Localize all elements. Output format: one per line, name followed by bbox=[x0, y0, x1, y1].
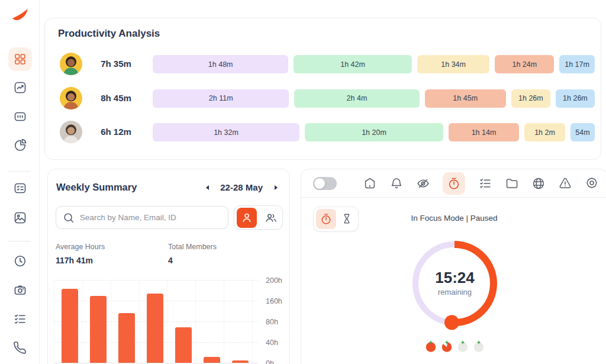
image-icon bbox=[13, 211, 27, 225]
member-total-hours: 8h 45m bbox=[91, 93, 141, 103]
sidebar-item-analytics[interactable] bbox=[0, 80, 40, 95]
eye-off-icon bbox=[416, 176, 430, 191]
sidebar-item-camera[interactable] bbox=[0, 283, 40, 297]
date-navigation: 22-28 May bbox=[203, 182, 280, 192]
person-icon bbox=[240, 211, 253, 224]
avatar-person-graphic bbox=[60, 53, 82, 75]
toolbar-item-files[interactable] bbox=[505, 176, 519, 191]
tomato-icon bbox=[440, 340, 453, 353]
toolbar-toggle-switch[interactable] bbox=[313, 177, 337, 190]
y-tick-label: 80h bbox=[266, 311, 289, 332]
time-segment: 1h 2m bbox=[524, 123, 565, 141]
task-card-icon bbox=[13, 181, 27, 195]
bar bbox=[232, 360, 249, 363]
chevron-right-icon bbox=[273, 185, 279, 191]
toolbar-item-privacy[interactable] bbox=[416, 176, 430, 191]
productivity-analysis-panel: Productivity Analysis 7h 35m 1h 48m1h 42… bbox=[44, 18, 601, 160]
member-view-toggle bbox=[234, 205, 283, 230]
people-icon bbox=[265, 211, 278, 224]
sidebar-item-reports[interactable] bbox=[0, 109, 40, 124]
logo-swoosh-icon bbox=[11, 8, 30, 28]
time-segment: 1h 26m bbox=[511, 89, 550, 108]
stat-value: 117h 41m bbox=[56, 256, 105, 265]
date-range-label: 22-28 May bbox=[220, 182, 263, 192]
toolbar-item-notifications[interactable] bbox=[389, 176, 404, 191]
tomato-icon bbox=[472, 340, 485, 353]
active-item-highlight bbox=[8, 47, 32, 71]
pomodoro-progress bbox=[301, 340, 606, 353]
bar bbox=[90, 296, 107, 363]
stat-label: Average Hours bbox=[56, 243, 105, 251]
active-tool-highlight bbox=[443, 172, 465, 195]
time-segment: 1h 20m bbox=[305, 123, 443, 141]
panel-title: Productivity Analysis bbox=[58, 28, 160, 40]
time-segment: 54m bbox=[570, 123, 595, 141]
time-segment: 2h 4m bbox=[294, 89, 419, 108]
sidebar-item-time[interactable] bbox=[0, 254, 40, 268]
toolbar-item-home[interactable] bbox=[363, 176, 377, 191]
group-view-button[interactable] bbox=[262, 209, 280, 227]
single-member-view-button[interactable] bbox=[237, 208, 257, 228]
bell-icon bbox=[389, 176, 404, 191]
stopwatch-icon bbox=[447, 176, 461, 191]
time-segment: 1h 48m bbox=[153, 55, 288, 73]
avatar bbox=[60, 53, 82, 75]
time-segments: 1h 48m1h 42m1h 34m1h 24m1h 17m bbox=[153, 55, 595, 73]
home-icon bbox=[363, 176, 377, 191]
chart-y-axis: 200h160h80h40h0h bbox=[266, 270, 289, 364]
time-segment: 1h 32m bbox=[153, 123, 299, 141]
avatar-person-graphic bbox=[60, 121, 82, 143]
toolbar-item-settings[interactable] bbox=[585, 176, 599, 191]
time-segments: 1h 32m1h 20m1h 14m1h 2m54m bbox=[153, 123, 595, 141]
timer-handle[interactable] bbox=[444, 315, 459, 330]
panel-title: Weekly Summary bbox=[56, 182, 137, 193]
toolbar-item-web[interactable] bbox=[531, 176, 546, 191]
bar bbox=[204, 357, 220, 363]
next-week-button[interactable] bbox=[272, 183, 280, 192]
bar bbox=[62, 289, 78, 363]
weekly-summary-panel: Weekly Summary 22-28 May Average Hour bbox=[47, 169, 290, 364]
focus-toolbar bbox=[301, 169, 606, 198]
time-segment: 1h 17m bbox=[559, 55, 595, 73]
sidebar-item-calls[interactable] bbox=[0, 341, 40, 355]
camera-icon bbox=[13, 283, 27, 297]
globe-icon bbox=[531, 176, 546, 191]
poll-report-icon bbox=[13, 109, 27, 124]
member-total-hours: 6h 12m bbox=[91, 127, 141, 137]
alert-triangle-icon bbox=[558, 176, 572, 191]
time-segment: 2h 11m bbox=[153, 89, 289, 108]
time-segment: 1h 42m bbox=[294, 55, 411, 73]
stat-label: Total Members bbox=[168, 243, 217, 251]
sidebar-item-dashboard[interactable] bbox=[0, 47, 40, 71]
sidebar-item-pie-analytics[interactable] bbox=[0, 138, 40, 152]
checklist-icon bbox=[478, 176, 492, 191]
total-members-stat: Total Members 4 bbox=[168, 243, 217, 265]
time-segment: 1h 24m bbox=[495, 55, 554, 73]
sidebar-item-todo[interactable] bbox=[0, 312, 40, 326]
todo-list-icon bbox=[13, 312, 27, 326]
member-row: 6h 12m 1h 32m1h 20m1h 14m1h 2m54m bbox=[45, 121, 601, 143]
time-segments: 2h 11m2h 4m1h 45m1h 26m1h 26m bbox=[153, 89, 595, 108]
sidebar-item-tasks[interactable] bbox=[0, 181, 40, 195]
dashboard-grid-icon bbox=[13, 52, 27, 66]
bar bbox=[118, 313, 135, 363]
y-tick-label: 160h bbox=[266, 291, 289, 311]
toolbar-item-alerts[interactable] bbox=[558, 176, 572, 191]
tomato-icon bbox=[424, 340, 437, 353]
prev-week-button[interactable] bbox=[203, 183, 211, 192]
search-box bbox=[56, 206, 228, 229]
search-input[interactable] bbox=[80, 213, 222, 222]
time-segment: 1h 45m bbox=[425, 89, 506, 108]
y-tick-label: 200h bbox=[266, 270, 289, 291]
avatar-person-graphic bbox=[60, 87, 82, 109]
time-segment: 1h 14m bbox=[449, 123, 519, 141]
sidebar-item-screenshots[interactable] bbox=[0, 211, 40, 225]
bar bbox=[175, 327, 192, 363]
toggle-knob bbox=[314, 178, 325, 189]
y-tick-label: 0h bbox=[266, 353, 289, 364]
toolbar-item-pomodoro-timer[interactable] bbox=[443, 172, 465, 195]
toolbar-item-tasklist[interactable] bbox=[478, 176, 492, 191]
gridline bbox=[54, 363, 258, 363]
average-hours-stat: Average Hours 117h 41m bbox=[56, 243, 105, 265]
sidebar-divider bbox=[8, 171, 31, 172]
